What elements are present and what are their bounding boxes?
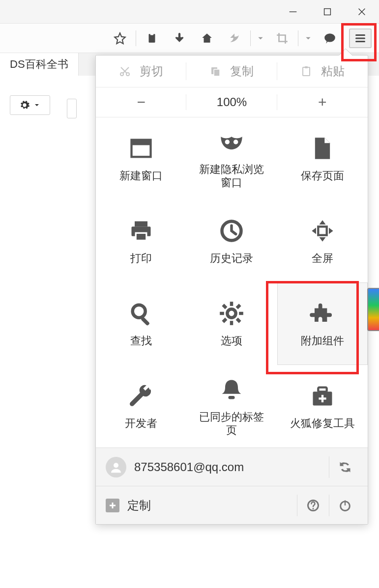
app-menu-panel: 剪切 复制 粘贴 − 100% + 新建窗口 新建隐私浏览 窗口 保存页面 xyxy=(95,55,368,525)
history-label: 历史记录 xyxy=(210,252,253,265)
save-page-button[interactable]: 保存页面 xyxy=(277,117,368,200)
crop-icon[interactable] xyxy=(270,27,294,50)
paste-label: 粘贴 xyxy=(321,63,345,79)
tab-title: DS百科全书 xyxy=(10,57,68,72)
svg-rect-4 xyxy=(149,34,155,42)
dropdown-caret-icon[interactable] xyxy=(255,35,266,42)
menu-button[interactable] xyxy=(349,28,372,48)
repair-tool-label: 火狐修复工具 xyxy=(290,417,355,430)
window-close-button[interactable] xyxy=(345,0,379,24)
sync-button[interactable] xyxy=(332,454,358,480)
help-button[interactable] xyxy=(300,493,326,518)
quit-button[interactable] xyxy=(332,493,358,518)
fullscreen-icon xyxy=(310,217,335,245)
plus-icon: + xyxy=(318,94,327,111)
dropdown-caret-icon[interactable] xyxy=(302,35,314,42)
minus-icon: − xyxy=(137,94,146,111)
edit-row: 剪切 复制 粘贴 xyxy=(96,56,368,87)
zoom-out-button[interactable]: − xyxy=(96,87,186,117)
svg-rect-1 xyxy=(324,8,331,15)
fullscreen-label: 全屏 xyxy=(312,252,333,265)
search-icon xyxy=(128,300,154,327)
svg-point-28 xyxy=(228,309,236,318)
svg-rect-37 xyxy=(229,396,235,399)
copy-icon xyxy=(209,65,221,77)
history-button[interactable]: 历史记录 xyxy=(186,200,277,282)
footer-divider xyxy=(297,495,297,516)
clock-icon xyxy=(219,217,244,245)
wrench-icon xyxy=(128,382,154,410)
window-titlebar xyxy=(0,0,379,24)
svg-point-42 xyxy=(114,463,118,468)
print-button[interactable]: 打印 xyxy=(96,200,186,282)
clipboard-icon[interactable] xyxy=(140,27,164,50)
active-tab[interactable]: DS百科全书 xyxy=(0,53,79,76)
fullscreen-button[interactable]: 全屏 xyxy=(277,200,368,282)
svg-point-20 xyxy=(233,140,238,144)
options-label: 选项 xyxy=(221,334,242,348)
customize-plus-icon xyxy=(106,499,119,512)
svg-rect-48 xyxy=(345,500,346,505)
svg-rect-14 xyxy=(214,69,220,76)
svg-rect-41 xyxy=(319,398,326,400)
scissors-icon xyxy=(119,65,131,77)
find-button[interactable]: 查找 xyxy=(96,282,186,365)
cut-label: 剪切 xyxy=(140,63,163,79)
svg-point-46 xyxy=(312,507,314,509)
synced-tabs-button[interactable]: 已同步的标签 页 xyxy=(186,365,277,448)
chat-icon[interactable] xyxy=(318,27,342,50)
zoom-reset-button[interactable]: 100% xyxy=(186,87,277,117)
svg-rect-18 xyxy=(132,140,151,145)
svg-rect-44 xyxy=(110,504,116,506)
svg-rect-23 xyxy=(136,233,146,241)
svg-line-35 xyxy=(223,319,227,322)
help-icon xyxy=(306,499,320,512)
sync-icon xyxy=(338,460,352,474)
window-minimize-button[interactable] xyxy=(276,0,310,24)
repair-tool-button[interactable]: 火狐修复工具 xyxy=(277,365,368,448)
svg-rect-39 xyxy=(318,388,326,392)
home-icon[interactable] xyxy=(195,27,219,50)
customize-button[interactable]: 定制 xyxy=(127,498,294,513)
new-window-button[interactable]: 新建窗口 xyxy=(96,117,186,200)
cut-button[interactable]: 剪切 xyxy=(96,56,186,87)
printer-icon xyxy=(128,217,154,245)
svg-rect-27 xyxy=(141,317,150,326)
star-icon[interactable] xyxy=(108,27,132,50)
svg-rect-21 xyxy=(135,222,147,227)
paste-button[interactable]: 粘贴 xyxy=(277,56,368,87)
zoom-level: 100% xyxy=(217,95,247,109)
window-maximize-button[interactable] xyxy=(310,0,345,24)
download-icon[interactable] xyxy=(168,27,191,50)
new-private-window-label: 新建隐私浏览 窗口 xyxy=(199,163,264,190)
gear-icon xyxy=(219,300,244,327)
paste-icon xyxy=(300,65,312,77)
side-color-widget[interactable] xyxy=(367,288,379,331)
back-icon[interactable] xyxy=(223,27,246,50)
zoom-in-button[interactable]: + xyxy=(277,87,368,117)
print-label: 打印 xyxy=(130,252,152,265)
account-email: 875358601@qq.com xyxy=(134,460,326,474)
find-label: 查找 xyxy=(130,334,152,348)
svg-line-33 xyxy=(223,305,227,308)
puzzle-icon xyxy=(310,300,335,327)
svg-rect-25 xyxy=(318,227,326,235)
file-icon xyxy=(310,135,335,162)
addons-button[interactable]: 附加组件 xyxy=(277,282,368,365)
svg-rect-15 xyxy=(303,67,310,76)
svg-rect-10 xyxy=(355,41,365,42)
account-footer[interactable]: 875358601@qq.com xyxy=(96,448,368,486)
footer-divider xyxy=(329,456,329,478)
svg-line-34 xyxy=(237,319,240,322)
gear-dropdown-button[interactable] xyxy=(10,95,50,115)
footer-divider xyxy=(329,495,329,516)
copy-button[interactable]: 复制 xyxy=(186,56,277,87)
options-button[interactable]: 选项 xyxy=(186,282,277,365)
developer-button[interactable]: 开发者 xyxy=(96,365,186,448)
input-stub[interactable] xyxy=(67,99,77,118)
power-icon xyxy=(338,499,352,512)
new-private-window-button[interactable]: 新建隐私浏览 窗口 xyxy=(186,117,277,200)
addons-label: 附加组件 xyxy=(301,334,344,348)
medkit-icon xyxy=(310,382,335,410)
svg-point-7 xyxy=(324,33,335,42)
